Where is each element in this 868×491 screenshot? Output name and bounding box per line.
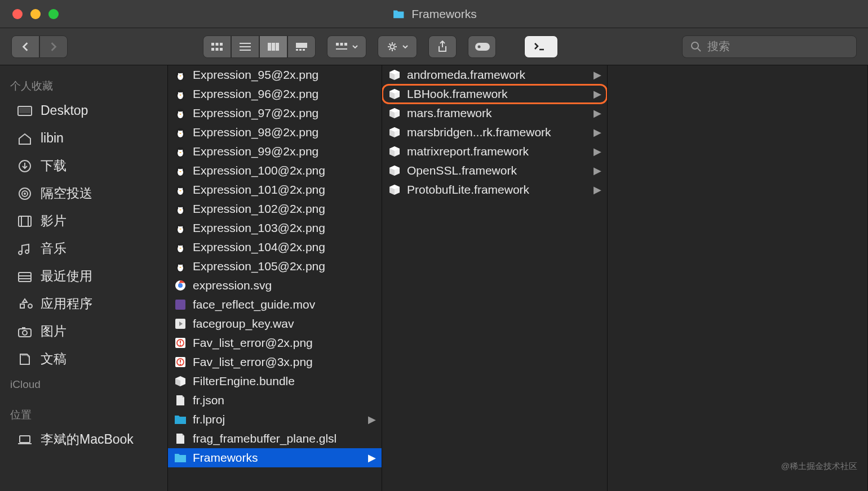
gear-icon bbox=[387, 41, 398, 52]
penguin-icon bbox=[174, 221, 187, 235]
file-row[interactable]: expression.svg bbox=[168, 276, 382, 295]
file-row[interactable]: Expression_105@2x.png bbox=[168, 257, 382, 276]
file-name: Expression_103@2x.png bbox=[193, 221, 325, 235]
file-row[interactable]: LBHook.framework▶ bbox=[382, 84, 607, 104]
file-row[interactable]: marsbridgen...rk.framework▶ bbox=[382, 123, 607, 142]
sidebar-item[interactable]: 应用程序 bbox=[0, 290, 167, 318]
file-name: Expression_104@2x.png bbox=[193, 240, 325, 254]
sidebar-item-label: 音乐 bbox=[41, 240, 67, 257]
terminal-button[interactable] bbox=[524, 35, 558, 58]
svg-rect-43 bbox=[296, 49, 298, 51]
file-row[interactable]: Expression_104@2x.png bbox=[168, 238, 382, 257]
file-row[interactable]: ProtobufLite.framework▶ bbox=[382, 180, 607, 199]
tag-icon bbox=[474, 42, 490, 52]
file-name: LBHook.framework bbox=[407, 87, 508, 101]
svg-rect-31 bbox=[216, 43, 219, 46]
framework-icon bbox=[388, 68, 401, 82]
laptop-icon bbox=[17, 433, 33, 447]
toolbar: 搜索 bbox=[0, 28, 868, 65]
sidebar-item[interactable]: 音乐 bbox=[0, 235, 167, 262]
sidebar-item[interactable]: libin bbox=[0, 124, 167, 152]
file-row[interactable]: Expression_95@2x.png bbox=[168, 65, 382, 84]
sidebar-item[interactable]: 文稿 bbox=[0, 345, 167, 373]
action-menu-button[interactable] bbox=[378, 35, 417, 58]
file-name: ProtobufLite.framework bbox=[407, 183, 529, 197]
chevron-right-icon: ▶ bbox=[594, 164, 601, 177]
sidebar-item[interactable]: Desktop bbox=[0, 97, 167, 124]
sidebar-item-label: 下载 bbox=[41, 157, 67, 175]
sidebar-item-label: 图片 bbox=[41, 323, 67, 340]
column-1[interactable]: Expression_95@2x.pngExpression_96@2x.png… bbox=[168, 65, 382, 491]
file-row[interactable]: Expression_99@2x.png bbox=[168, 142, 382, 161]
window-minimize-button[interactable] bbox=[30, 9, 41, 19]
penguin-icon bbox=[174, 183, 187, 197]
file-row[interactable]: Frameworks▶ bbox=[168, 448, 382, 467]
list-icon bbox=[239, 42, 251, 51]
file-row[interactable]: frag_framebuffer_plane.glsl bbox=[168, 429, 382, 448]
penguin-icon bbox=[174, 68, 187, 82]
bundle-icon bbox=[174, 374, 187, 388]
file-row[interactable]: OpenSSL.framework▶ bbox=[382, 161, 607, 180]
svg-line-54 bbox=[698, 48, 701, 51]
search-placeholder: 搜索 bbox=[707, 39, 730, 54]
sidebar-item[interactable]: 图片 bbox=[0, 318, 167, 345]
column-view-button[interactable] bbox=[259, 35, 287, 58]
watermark-text: @稀土掘金技术社区 bbox=[781, 461, 857, 472]
file-name: Expression_100@2x.png bbox=[193, 164, 325, 177]
sidebar-item[interactable]: 影片 bbox=[0, 207, 167, 235]
file-row[interactable]: face_reflect_guide.mov bbox=[168, 295, 382, 314]
penguin-icon bbox=[174, 145, 187, 158]
file-name: Fav_list_error@3x.png bbox=[193, 355, 313, 369]
gallery-view-button[interactable] bbox=[287, 35, 316, 58]
window-close-button[interactable] bbox=[12, 9, 23, 19]
file-name: matrixreport.framework bbox=[407, 145, 529, 158]
file-row[interactable]: andromeda.framework▶ bbox=[382, 65, 607, 84]
file-row[interactable]: FilterEngine.bundle bbox=[168, 372, 382, 391]
file-row[interactable]: matrixreport.framework▶ bbox=[382, 142, 607, 161]
file-name: fr.lproj bbox=[193, 413, 225, 426]
main-area: 个人收藏 Desktoplibin下载隔空投送影片音乐最近使用应用程序图片文稿 … bbox=[0, 65, 868, 491]
file-row[interactable]: Expression_97@2x.png bbox=[168, 104, 382, 123]
file-row[interactable]: Expression_96@2x.png bbox=[168, 84, 382, 104]
file-row[interactable]: Expression_98@2x.png bbox=[168, 123, 382, 142]
penguin-icon bbox=[174, 87, 187, 101]
file-row[interactable]: Fav_list_error@2x.png bbox=[168, 333, 382, 352]
file-row[interactable]: facegroup_key.wav bbox=[168, 314, 382, 333]
sidebar-item-label: 隔空投送 bbox=[41, 185, 92, 202]
svg-rect-32 bbox=[220, 43, 223, 46]
file-row[interactable]: Expression_102@2x.png bbox=[168, 199, 382, 218]
file-name: Expression_95@2x.png bbox=[193, 68, 318, 82]
apps-icon bbox=[17, 297, 33, 311]
back-button[interactable] bbox=[11, 35, 39, 58]
home-icon bbox=[17, 132, 33, 145]
search-field[interactable]: 搜索 bbox=[682, 35, 857, 58]
svg-rect-47 bbox=[340, 43, 343, 46]
file-row[interactable]: Expression_101@2x.png bbox=[168, 180, 382, 199]
file-row[interactable]: mars.framework▶ bbox=[382, 104, 607, 123]
forward-button[interactable] bbox=[39, 35, 68, 58]
icon-view-button[interactable] bbox=[203, 35, 231, 58]
list-view-button[interactable] bbox=[231, 35, 259, 58]
sidebar-item[interactable]: 下载 bbox=[0, 152, 167, 180]
sidebar-item[interactable]: 隔空投送 bbox=[0, 180, 167, 207]
file-row[interactable]: Fav_list_error@3x.png bbox=[168, 352, 382, 372]
sidebar-item-label: 应用程序 bbox=[41, 295, 92, 313]
sidebar-item[interactable]: 最近使用 bbox=[0, 262, 167, 290]
file-row[interactable]: fr.lproj▶ bbox=[168, 410, 382, 429]
column-2[interactable]: andromeda.framework▶LBHook.framework▶mar… bbox=[382, 65, 608, 491]
file-icon bbox=[174, 432, 187, 445]
file-row[interactable]: Expression_103@2x.png bbox=[168, 218, 382, 238]
chevron-right-icon: ▶ bbox=[594, 88, 601, 100]
window-maximize-button[interactable] bbox=[48, 9, 59, 19]
file-name: mars.framework bbox=[407, 106, 492, 120]
file-row[interactable]: Expression_100@2x.png bbox=[168, 161, 382, 180]
sidebar-item-label: 影片 bbox=[41, 212, 67, 230]
file-name: andromeda.framework bbox=[407, 68, 525, 82]
tags-button[interactable] bbox=[468, 35, 496, 58]
framework-icon bbox=[388, 183, 401, 197]
sidebar-item[interactable]: 李斌的MacBook bbox=[0, 426, 167, 453]
arrange-button[interactable] bbox=[327, 35, 366, 58]
share-button[interactable] bbox=[428, 35, 457, 58]
file-row[interactable]: fr.json bbox=[168, 391, 382, 410]
sidebar: 个人收藏 Desktoplibin下载隔空投送影片音乐最近使用应用程序图片文稿 … bbox=[0, 65, 168, 491]
